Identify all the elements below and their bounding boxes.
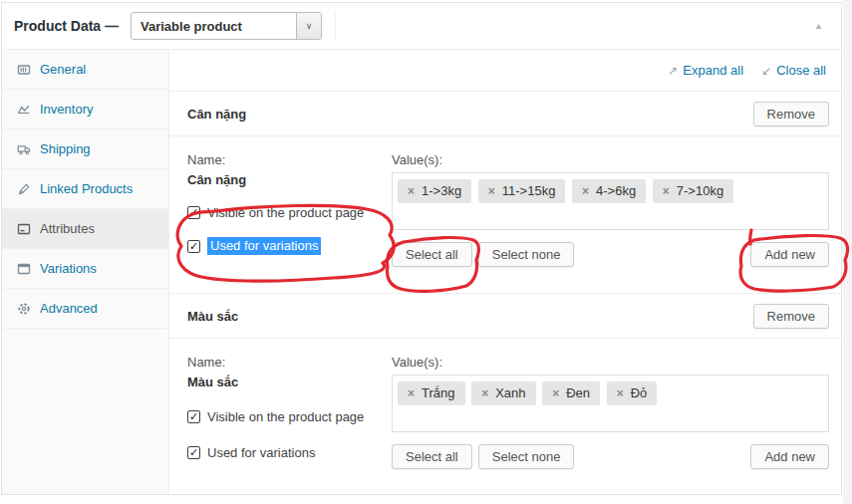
check-icon: ✓: [189, 241, 198, 252]
select-none-button[interactable]: Select none: [478, 444, 575, 469]
value-tag-label: Trắng: [422, 385, 454, 400]
add-new-button[interactable]: Add new: [750, 444, 829, 469]
gear-icon: [17, 302, 31, 316]
variations-checkbox-label: Used for variations: [207, 445, 315, 460]
value-tag: ×Đen: [542, 381, 600, 405]
values-label: Value(s):: [392, 355, 829, 371]
remove-tag-icon[interactable]: ×: [488, 186, 495, 196]
visible-checkbox[interactable]: ✓: [187, 410, 200, 423]
visible-checkbox[interactable]: ✓: [187, 206, 200, 219]
remove-tag-icon[interactable]: ×: [663, 186, 670, 196]
metabox-title: Product Data —: [14, 18, 119, 34]
expand-all-link[interactable]: ↗ Expand all: [668, 63, 743, 78]
sidebar-item-shipping[interactable]: Shipping: [2, 129, 168, 169]
attributes-icon: [17, 222, 31, 236]
actions-spacer: [580, 444, 744, 469]
select-none-button[interactable]: Select none: [478, 242, 575, 267]
remove-tag-icon[interactable]: ×: [408, 186, 415, 196]
chart-icon: [17, 103, 31, 117]
value-tag: ×1->3kg: [398, 179, 471, 203]
sidebar-item-general[interactable]: General: [2, 50, 168, 90]
sidebar-item-label: Inventory: [40, 102, 93, 117]
header-divider: [335, 12, 336, 42]
attribute-title: Cân nặng: [187, 107, 246, 122]
remove-attribute-button[interactable]: Remove: [753, 304, 829, 329]
product-type-select[interactable]: Variable product ∨: [131, 12, 322, 40]
attribute-name: Cân nặng: [187, 172, 392, 188]
value-tag: ×Trắng: [398, 381, 465, 405]
page-scroll-gutter: [843, 0, 852, 504]
sidebar-item-label: Advanced: [40, 301, 98, 316]
values-multiselect[interactable]: ×Trắng ×Xanh ×Đen ×Đỏ: [392, 375, 829, 432]
remove-tag-icon[interactable]: ×: [617, 388, 624, 398]
value-tag-label: 7->10kg: [677, 183, 723, 198]
expand-all-label: Expand all: [683, 63, 743, 78]
value-tag: ×7->10kg: [653, 179, 733, 203]
actions-spacer: [580, 242, 744, 267]
remove-tag-icon[interactable]: ×: [481, 388, 488, 398]
sidebar-item-label: General: [40, 62, 86, 77]
sidebar-item-linked-products[interactable]: Linked Products: [2, 169, 168, 209]
value-tag-label: Đỏ: [631, 385, 648, 400]
variations-icon: [17, 262, 31, 276]
expand-icon: ↗: [668, 64, 678, 78]
card-icon: [17, 63, 31, 77]
attribute-header[interactable]: Màu sắc Remove: [169, 294, 841, 339]
sidebar-item-variations[interactable]: Variations: [2, 249, 168, 289]
value-tag-label: 11->15kg: [502, 183, 556, 198]
truck-icon: [17, 142, 31, 156]
attribute-name: Màu sắc: [187, 375, 392, 390]
metabox-header: Product Data — Variable product ∨ ▲: [2, 3, 841, 50]
remove-tag-icon[interactable]: ×: [552, 388, 559, 398]
sidebar-item-label: Shipping: [40, 141, 91, 156]
sidebar-item-label: Variations: [40, 261, 97, 276]
attribute-title: Màu sắc: [187, 309, 238, 324]
value-tag: ×4->6kg: [572, 179, 646, 203]
remove-tag-icon[interactable]: ×: [408, 388, 415, 398]
sidebar-item-inventory[interactable]: Inventory: [2, 90, 168, 129]
chevron-down-icon: ∨: [296, 13, 321, 39]
check-icon: ✓: [189, 411, 198, 422]
check-icon: ✓: [189, 447, 198, 458]
sidebar-item-advanced[interactable]: Advanced: [2, 289, 168, 329]
select-all-button[interactable]: Select all: [392, 242, 472, 267]
pencil-icon: [17, 182, 31, 196]
variations-checkbox[interactable]: ✓: [187, 446, 200, 459]
values-label: Value(s):: [392, 152, 829, 168]
check-icon: ✓: [189, 207, 198, 218]
sidebar-item-label: Attributes: [40, 221, 95, 236]
collapse-metabox-icon[interactable]: ▲: [814, 21, 823, 31]
product-type-selected-value: Variable product: [132, 19, 296, 34]
select-all-button[interactable]: Select all: [392, 444, 472, 469]
name-label: Name:: [187, 152, 392, 168]
value-tag: ×Đỏ: [607, 381, 658, 405]
attribute-body: Name: Cân nặng ✓ Visible on the product …: [169, 136, 841, 294]
value-tag-label: 1->3kg: [422, 183, 461, 198]
remove-tag-icon[interactable]: ×: [582, 186, 589, 196]
add-new-button[interactable]: Add new: [750, 242, 829, 267]
value-tag-label: Đen: [566, 385, 590, 400]
close-all-link[interactable]: ↙ Close all: [761, 63, 826, 78]
attributes-toolbar: ↗ Expand all ↙ Close all: [169, 50, 841, 92]
remove-attribute-button[interactable]: Remove: [753, 102, 829, 126]
close-icon: ↙: [761, 64, 771, 78]
close-all-label: Close all: [776, 63, 826, 78]
value-tag-label: 4->6kg: [596, 183, 636, 198]
value-tag-label: Xanh: [495, 385, 525, 400]
attribute-body: Name: Màu sắc ✓ Visible on the product p…: [169, 339, 841, 494]
values-multiselect[interactable]: ×1->3kg ×11->15kg ×4->6kg ×7->10kg: [392, 172, 829, 230]
product-data-tabs: General Inventory Shipping Linked Produc…: [2, 50, 169, 494]
value-tag: ×Xanh: [471, 381, 535, 405]
value-tag: ×11->15kg: [478, 179, 566, 203]
attributes-panel: ↗ Expand all ↙ Close all Cân nặng Remove…: [169, 50, 841, 494]
variations-checkbox-label: Used for variations: [207, 237, 321, 255]
sidebar-item-attributes[interactable]: Attributes: [2, 209, 168, 249]
visible-checkbox-label: Visible on the product page: [207, 409, 364, 424]
visible-checkbox-label: Visible on the product page: [207, 205, 364, 220]
sidebar-item-label: Linked Products: [40, 181, 133, 196]
product-data-metabox: Product Data — Variable product ∨ ▲ Gene…: [1, 2, 842, 495]
variations-checkbox[interactable]: ✓: [187, 240, 200, 253]
attribute-header[interactable]: Cân nặng Remove: [169, 92, 841, 136]
name-label: Name:: [187, 355, 392, 371]
